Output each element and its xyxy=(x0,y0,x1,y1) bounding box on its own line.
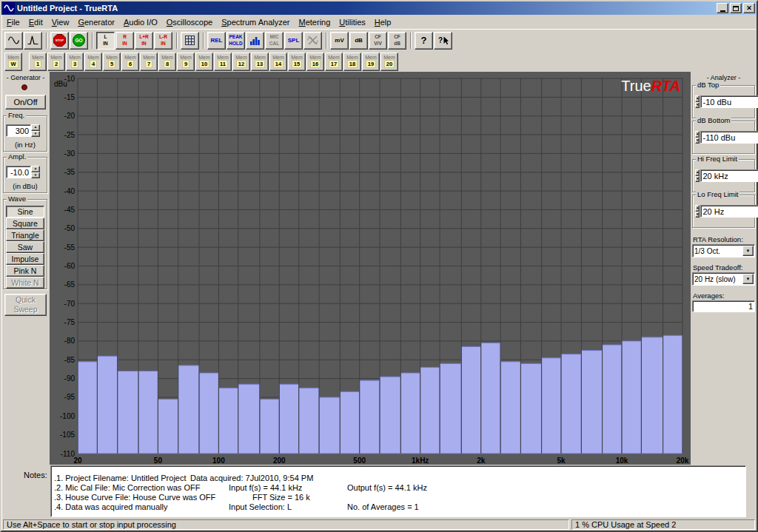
mem-button-1[interactable]: Mem1 xyxy=(29,53,47,71)
mem-button-8[interactable]: Mem8 xyxy=(158,53,176,71)
help-button[interactable]: ? xyxy=(415,32,433,50)
wave-button-triangle[interactable]: Triangle xyxy=(6,229,44,241)
mem-button-13[interactable]: Mem13 xyxy=(251,53,269,71)
wave-button-pink-n[interactable]: Pink N xyxy=(6,265,44,277)
menu-item-generator[interactable]: Generator xyxy=(73,16,119,28)
input-off-button[interactable] xyxy=(303,32,322,50)
speed-tradeoff-select[interactable]: 20 Hz (slow) ▼ xyxy=(692,272,755,286)
mem-button-4[interactable]: Mem4 xyxy=(84,53,102,71)
spin-up-icon[interactable]: ▲ xyxy=(31,124,40,131)
lo-freq-input[interactable] xyxy=(700,205,758,218)
input-right-button[interactable]: RIN xyxy=(115,32,134,50)
db-bottom-spinner[interactable]: ▲ ▼ xyxy=(695,131,700,144)
peak-hold-button[interactable]: PEAKHOLD xyxy=(227,32,245,50)
notes-box[interactable]: .1. Project Filename: Untitled Project D… xyxy=(50,465,746,517)
freq-spinner[interactable]: ▲ ▼ xyxy=(31,124,40,137)
mem-button-prefix: Mem xyxy=(87,55,99,61)
freq-input[interactable] xyxy=(6,124,31,137)
spin-down-icon[interactable]: ▼ xyxy=(31,131,40,138)
hi-freq-spinner[interactable]: ▲ ▼ xyxy=(695,169,700,182)
wave-button-impulse[interactable]: Impulse xyxy=(6,253,44,265)
mem-button-18[interactable]: Mem18 xyxy=(343,53,361,71)
go-button[interactable]: GO xyxy=(70,32,88,50)
hi-freq-input[interactable] xyxy=(700,169,758,182)
lo-freq-spinner[interactable]: ▲ ▼ xyxy=(695,205,700,218)
bars-icon xyxy=(249,34,261,47)
spin-up-icon[interactable]: ▲ xyxy=(695,131,700,138)
graph-grid-button[interactable] xyxy=(181,32,199,50)
spin-down-icon[interactable]: ▼ xyxy=(695,212,700,218)
spin-down-icon[interactable]: ▼ xyxy=(695,102,700,109)
input-left-button[interactable]: LIN xyxy=(96,32,115,50)
input-l-minus-r-button[interactable]: L-RIN xyxy=(154,32,172,50)
menu-item-edit[interactable]: Edit xyxy=(24,16,47,28)
wave-button-white-n[interactable]: White N xyxy=(6,277,44,289)
averages-input[interactable] xyxy=(692,300,755,312)
mem-button-17[interactable]: Mem17 xyxy=(325,53,343,71)
mem-button-5[interactable]: Mem5 xyxy=(103,53,121,71)
menu-item-metering[interactable]: Metering xyxy=(295,16,335,28)
title-bar[interactable]: Untitled Project - TrueRTA ✕ xyxy=(1,1,757,15)
menu-item-oscilloscope[interactable]: Oscilloscope xyxy=(162,16,217,28)
menu-item-audio-i-o[interactable]: Audio I/O xyxy=(119,16,162,28)
spin-down-icon[interactable]: ▼ xyxy=(695,138,700,144)
mem-button-11[interactable]: Mem11 xyxy=(214,53,232,71)
mem-button-w[interactable]: MemW xyxy=(4,53,22,71)
svg-text:-65: -65 xyxy=(64,280,76,289)
input-l-plus-r-button[interactable]: L+RIN xyxy=(135,32,153,50)
spin-up-icon[interactable]: ▲ xyxy=(695,205,700,212)
cf-vv-button[interactable]: CFV/V xyxy=(369,32,387,50)
ampl-spinner[interactable]: ▲ ▼ xyxy=(31,166,40,178)
ampl-group-label: Ampl. xyxy=(7,153,27,161)
mem-button-16[interactable]: Mem16 xyxy=(306,53,324,71)
mem-button-14[interactable]: Mem14 xyxy=(269,53,287,71)
wave-button-square[interactable]: Square xyxy=(6,218,44,229)
spin-down-icon[interactable]: ▼ xyxy=(695,176,700,183)
rta-resolution-select[interactable]: 1/3 Oct. ▼ xyxy=(692,244,755,257)
mv-units-button[interactable]: mV xyxy=(330,32,349,50)
cf-db-button[interactable]: CFdB xyxy=(388,32,406,50)
maximize-button[interactable] xyxy=(730,3,742,13)
mem-button-20[interactable]: Mem20 xyxy=(380,53,398,71)
dropdown-arrow-icon[interactable]: ▼ xyxy=(742,246,754,256)
menu-item-spectrum-analyzer[interactable]: Spectrum Analyzer xyxy=(217,16,294,28)
mem-button-2[interactable]: Mem2 xyxy=(47,53,65,71)
stop-button[interactable]: STOP xyxy=(50,32,69,50)
mem-button-12[interactable]: Mem12 xyxy=(232,53,250,71)
relative-mode-button[interactable]: REL xyxy=(207,32,226,50)
menu-item-view[interactable]: View xyxy=(47,16,74,28)
db-top-input[interactable] xyxy=(700,95,758,108)
mem-button-6[interactable]: Mem6 xyxy=(121,53,139,71)
mem-button-7[interactable]: Mem7 xyxy=(140,53,158,71)
menu-item-file[interactable]: File xyxy=(2,16,24,28)
generator-onoff-button[interactable]: On/Off xyxy=(5,95,46,110)
sweep-response-button[interactable] xyxy=(24,32,42,50)
mem-button-slot: 10 xyxy=(199,60,209,68)
wave-button-sine[interactable]: Sine xyxy=(6,206,44,218)
mic-cal-button[interactable]: MICCAL xyxy=(265,32,284,50)
db-units-button[interactable]: dB xyxy=(349,32,368,50)
db-top-spinner[interactable]: ▲ ▼ xyxy=(695,95,700,108)
close-button[interactable]: ✕ xyxy=(743,3,755,13)
spin-up-icon[interactable]: ▲ xyxy=(695,169,700,176)
spin-up-icon[interactable]: ▲ xyxy=(31,166,40,172)
menu-item-utilities[interactable]: Utilities xyxy=(335,16,369,28)
menu-item-help[interactable]: Help xyxy=(370,16,396,28)
quick-sweep-button[interactable]: Quick Sweep xyxy=(4,294,47,316)
ampl-input[interactable] xyxy=(6,166,31,178)
mem-button-3[interactable]: Mem3 xyxy=(66,53,84,71)
rta-mode-button[interactable] xyxy=(246,32,264,50)
mem-button-9[interactable]: Mem9 xyxy=(177,53,195,71)
mem-button-10[interactable]: Mem10 xyxy=(195,53,213,71)
spin-down-icon[interactable]: ▼ xyxy=(31,172,40,179)
minimize-button[interactable] xyxy=(717,3,728,13)
wave-button-saw[interactable]: Saw xyxy=(6,241,44,253)
db-bottom-input[interactable] xyxy=(700,131,758,144)
spl-button[interactable]: SPL xyxy=(284,32,303,50)
mem-button-19[interactable]: Mem19 xyxy=(362,53,380,71)
generator-wave-button[interactable] xyxy=(4,32,23,50)
dropdown-arrow-icon[interactable]: ▼ xyxy=(742,274,754,284)
mem-button-15[interactable]: Mem15 xyxy=(288,53,306,71)
context-help-button[interactable]: ? xyxy=(434,32,452,50)
spin-up-icon[interactable]: ▲ xyxy=(695,95,700,102)
